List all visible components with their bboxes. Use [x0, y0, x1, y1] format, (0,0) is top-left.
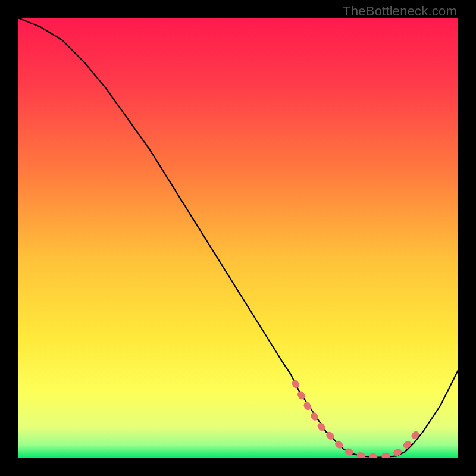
bottleneck-chart: TheBottleneck.com: [0, 0, 476, 476]
watermark-text: TheBottleneck.com: [343, 4, 457, 19]
bottleneck-curve: [18, 18, 458, 458]
optimal-zone-overlay: [295, 383, 418, 457]
curve-layer: [18, 18, 458, 458]
plot-area: [18, 18, 458, 458]
